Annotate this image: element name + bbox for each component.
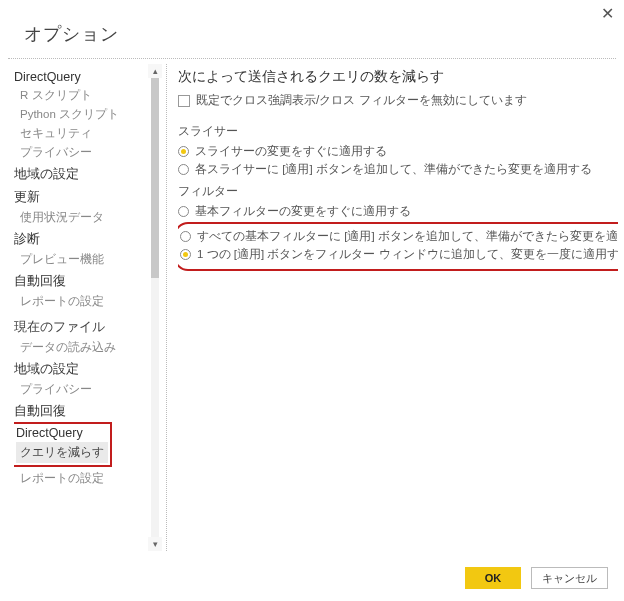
sidebar-scrollbar[interactable]: ▴ ▾ [148, 64, 162, 551]
sidebar-item-report-settings[interactable]: レポートの設定 [20, 294, 144, 309]
sidebar-item-diagnostics[interactable]: 診断 [14, 231, 144, 248]
sidebar-item-autorecover[interactable]: 自動回復 [14, 273, 144, 290]
checkbox-icon[interactable] [178, 95, 190, 107]
radio-filter-single-apply[interactable]: 1 つの [適用] ボタンをフィルター ウィンドウに追加して、変更を一度に適用す… [180, 247, 618, 262]
divider-top [8, 58, 616, 59]
radio-label: スライサーの変更をすぐに適用する [195, 144, 387, 159]
sidebar-item-privacy[interactable]: プライバシー [20, 145, 144, 160]
sidebar-highlight: DirectQuery クエリを減らす [14, 422, 112, 467]
sidebar-item-autorecover-2[interactable]: 自動回復 [14, 403, 144, 420]
radio-slicer-apply-button[interactable]: 各スライサーに [適用] ボタンを追加して、準備ができたら変更を適用する [178, 162, 618, 177]
sidebar-item-regional-2[interactable]: 地域の設定 [14, 361, 144, 378]
sidebar-item-reduce-queries[interactable]: クエリを減らす [16, 442, 108, 463]
checkbox-label: 既定でクロス強調表示/クロス フィルターを無効にしています [196, 92, 527, 109]
close-icon[interactable]: ✕ [601, 6, 614, 22]
scroll-thumb[interactable] [151, 78, 159, 278]
main-heading: 次によって送信されるクエリの数を減らす [178, 68, 618, 86]
radio-icon[interactable] [178, 206, 189, 217]
radio-label: 各スライサーに [適用] ボタンを追加して、準備ができたら変更を適用する [195, 162, 592, 177]
main-panel: 次によって送信されるクエリの数を減らす 既定でクロス強調表示/クロス フィルター… [178, 64, 618, 551]
dialog-title: オプション [24, 22, 119, 46]
sidebar-item-usage-data[interactable]: 使用状況データ [20, 210, 144, 225]
radio-label: 基本フィルターの変更をすぐに適用する [195, 204, 411, 219]
radio-filter-immediate[interactable]: 基本フィルターの変更をすぐに適用する [178, 204, 618, 219]
radio-icon[interactable] [178, 164, 189, 175]
scroll-up-icon[interactable]: ▴ [148, 64, 162, 78]
sidebar-section-current-file: 現在のファイル [14, 319, 144, 336]
filter-heading: フィルター [178, 183, 618, 200]
sidebar-item-data-load[interactable]: データの読み込み [20, 340, 144, 355]
scroll-down-icon[interactable]: ▾ [148, 537, 162, 551]
radio-icon[interactable] [178, 146, 189, 157]
radio-label: すべての基本フィルターに [適用] ボタンを追加して、準備ができたら変更を適用す… [197, 229, 618, 244]
sidebar-item-directquery-2[interactable]: DirectQuery [16, 426, 106, 440]
sidebar-item-report-settings-2[interactable]: レポートの設定 [20, 471, 144, 486]
radio-filter-all-apply[interactable]: すべての基本フィルターに [適用] ボタンを追加して、準備ができたら変更を適用す… [180, 229, 618, 244]
sidebar-item-r-script[interactable]: R スクリプト [20, 88, 144, 103]
sidebar: DirectQuery R スクリプト Python スクリプト セキュリティ … [14, 64, 144, 551]
sidebar-item-privacy-2[interactable]: プライバシー [20, 382, 144, 397]
radio-icon[interactable] [180, 231, 191, 242]
radio-slicer-immediate[interactable]: スライサーの変更をすぐに適用する [178, 144, 618, 159]
ok-button[interactable]: OK [465, 567, 521, 589]
slicer-heading: スライサー [178, 123, 618, 140]
radio-icon[interactable] [180, 249, 191, 260]
dialog-body: DirectQuery R スクリプト Python スクリプト セキュリティ … [0, 58, 624, 551]
radio-label: 1 つの [適用] ボタンをフィルター ウィンドウに追加して、変更を一度に適用す… [197, 247, 618, 262]
divider-vertical [166, 64, 167, 551]
sidebar-item-security[interactable]: セキュリティ [20, 126, 144, 141]
sidebar-item-directquery[interactable]: DirectQuery [14, 70, 144, 84]
sidebar-item-regional[interactable]: 地域の設定 [14, 166, 144, 183]
filter-highlight: すべての基本フィルターに [適用] ボタンを追加して、準備ができたら変更を適用す… [178, 222, 618, 271]
sidebar-item-update[interactable]: 更新 [14, 189, 144, 206]
sidebar-item-preview[interactable]: プレビュー機能 [20, 252, 144, 267]
checkbox-disable-crossfilter[interactable]: 既定でクロス強調表示/クロス フィルターを無効にしています [178, 92, 618, 109]
cancel-button[interactable]: キャンセル [531, 567, 608, 589]
dialog-footer: OK キャンセル [465, 567, 608, 589]
sidebar-item-python-script[interactable]: Python スクリプト [20, 107, 144, 122]
